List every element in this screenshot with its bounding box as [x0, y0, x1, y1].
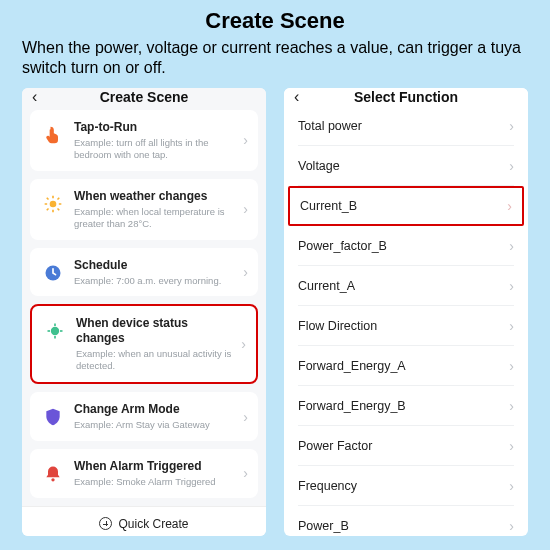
function-voltage[interactable]: Voltage › [284, 146, 528, 186]
option-title: When weather changes [74, 189, 239, 204]
option-title: Schedule [74, 258, 239, 273]
chevron-right-icon: › [509, 478, 514, 494]
chevron-right-icon: › [509, 278, 514, 294]
device-status-icon [42, 318, 68, 344]
chevron-right-icon: › [241, 336, 246, 352]
page-subtitle: When the power, voltage or current reach… [0, 34, 550, 88]
chevron-right-icon: › [243, 465, 248, 481]
option-subtitle: Example: Smoke Alarm Triggered [74, 476, 239, 488]
svg-point-0 [50, 200, 57, 207]
phone-create-scene: ‹ Create Scene Tap-to-Run Example: turn … [22, 88, 266, 536]
function-power-factor-b[interactable]: Power_factor_B › [284, 226, 528, 266]
function-forward-energy-b[interactable]: Forward_Energy_B › [284, 386, 528, 426]
chevron-right-icon: › [509, 238, 514, 254]
option-subtitle: Example: 7:00 a.m. every morning. [74, 275, 239, 287]
function-label: Voltage [298, 159, 509, 173]
svg-line-7 [47, 208, 49, 210]
option-tap-to-run[interactable]: Tap-to-Run Example: turn off all lights … [30, 110, 258, 171]
option-title: When device status changes [76, 316, 237, 346]
option-arm-mode[interactable]: Change Arm Mode Example: Arm Stay via Ga… [30, 392, 258, 441]
svg-line-6 [58, 208, 60, 210]
sun-icon [40, 191, 66, 217]
quick-create-button[interactable]: Quick Create [22, 506, 266, 536]
function-forward-energy-a[interactable]: Forward_Energy_A › [284, 346, 528, 386]
function-label: Current_A [298, 279, 509, 293]
function-label: Forward_Energy_B [298, 399, 509, 413]
chevron-right-icon: › [509, 318, 514, 334]
phones-row: ‹ Create Scene Tap-to-Run Example: turn … [0, 88, 550, 536]
option-title: Tap-to-Run [74, 120, 239, 135]
chevron-right-icon: › [243, 132, 248, 148]
function-label: Forward_Energy_A [298, 359, 509, 373]
phone-header-title: Create Scene [32, 89, 256, 105]
shield-icon [40, 404, 66, 430]
function-label: Power_B [298, 519, 509, 533]
option-subtitle: Example: Arm Stay via Gateway [74, 419, 239, 431]
chevron-right-icon: › [507, 198, 512, 214]
option-alarm[interactable]: When Alarm Triggered Example: Smoke Alar… [30, 449, 258, 498]
option-weather[interactable]: When weather changes Example: when local… [30, 179, 258, 240]
phone-header: ‹ Select Function [284, 88, 528, 106]
function-power-b[interactable]: Power_B › [284, 506, 528, 536]
svg-line-8 [58, 198, 60, 200]
chevron-right-icon: › [509, 438, 514, 454]
phone-header-title: Select Function [294, 89, 518, 105]
chevron-right-icon: › [243, 201, 248, 217]
svg-point-10 [51, 327, 59, 335]
scene-options-list: Tap-to-Run Example: turn off all lights … [22, 106, 266, 506]
page-title: Create Scene [0, 0, 550, 34]
clock-icon [40, 260, 66, 286]
chevron-right-icon: › [509, 158, 514, 174]
option-device-status[interactable]: When device status changes Example: when… [30, 304, 258, 384]
option-subtitle: Example: when local temperature is great… [74, 206, 239, 230]
option-title: When Alarm Triggered [74, 459, 239, 474]
quick-create-label: Quick Create [118, 517, 188, 531]
option-schedule[interactable]: Schedule Example: 7:00 a.m. every mornin… [30, 248, 258, 297]
function-frequency[interactable]: Frequency › [284, 466, 528, 506]
option-subtitle: Example: when an unusual activity is det… [76, 348, 237, 372]
function-label: Power Factor [298, 439, 509, 453]
option-title: Change Arm Mode [74, 402, 239, 417]
chevron-right-icon: › [243, 409, 248, 425]
chevron-right-icon: › [509, 518, 514, 534]
chevron-right-icon: › [509, 118, 514, 134]
svg-line-5 [47, 198, 49, 200]
svg-point-15 [51, 478, 54, 481]
function-list: Total power › Voltage › Current_B › Powe… [284, 106, 528, 536]
option-subtitle: Example: turn off all lights in the bedr… [74, 137, 239, 161]
function-current-a[interactable]: Current_A › [284, 266, 528, 306]
function-label: Total power [298, 119, 509, 133]
plus-circle-icon [99, 517, 112, 530]
function-label: Flow Direction [298, 319, 509, 333]
function-power-factor[interactable]: Power Factor › [284, 426, 528, 466]
tap-icon [40, 122, 66, 148]
chevron-right-icon: › [509, 358, 514, 374]
function-total-power[interactable]: Total power › [284, 106, 528, 146]
function-flow-direction[interactable]: Flow Direction › [284, 306, 528, 346]
alarm-icon [40, 461, 66, 487]
phone-header: ‹ Create Scene [22, 88, 266, 106]
function-label: Power_factor_B [298, 239, 509, 253]
chevron-right-icon: › [243, 264, 248, 280]
function-label: Current_B [300, 199, 507, 213]
function-current-b[interactable]: Current_B › [288, 186, 524, 226]
chevron-right-icon: › [509, 398, 514, 414]
function-label: Frequency [298, 479, 509, 493]
phone-select-function: ‹ Select Function Total power › Voltage … [284, 88, 528, 536]
